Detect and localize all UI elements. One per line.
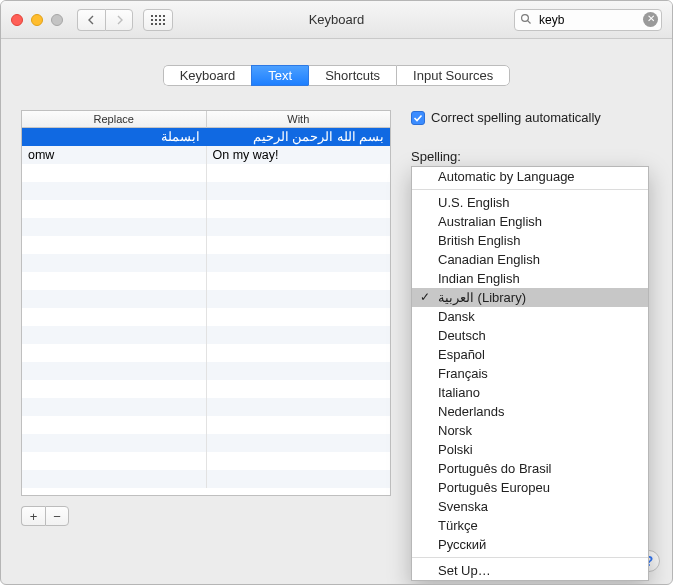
dropdown-item-language[interactable]: U.S. English [412, 193, 648, 212]
tab-text[interactable]: Text [251, 65, 308, 86]
dropdown-item-language[interactable]: Indian English [412, 269, 648, 288]
add-remove-segment: + − [21, 506, 391, 526]
table-row[interactable] [22, 182, 390, 200]
cell-with [207, 308, 391, 326]
dropdown-item-setup[interactable]: Set Up… [412, 561, 648, 580]
table-row[interactable] [22, 308, 390, 326]
table-header: Replace With [22, 111, 390, 128]
table-row[interactable] [22, 218, 390, 236]
tab-bar: Keyboard Text Shortcuts Input Sources [21, 65, 652, 86]
cell-replace [22, 164, 207, 182]
dropdown-item-language[interactable]: Français [412, 364, 648, 383]
cell-replace [22, 182, 207, 200]
cell-replace [22, 344, 207, 362]
cell-replace [22, 434, 207, 452]
dropdown-item-language[interactable]: Italiano [412, 383, 648, 402]
table-row[interactable] [22, 434, 390, 452]
spelling-dropdown[interactable]: Automatic by Language U.S. EnglishAustra… [411, 166, 649, 581]
cell-with [207, 164, 391, 182]
cell-with [207, 452, 391, 470]
checkbox-checked-icon[interactable] [411, 111, 425, 125]
minimize-icon[interactable] [31, 14, 43, 26]
dropdown-separator [412, 557, 648, 558]
tab-keyboard[interactable]: Keyboard [163, 65, 252, 86]
dropdown-item-language[interactable]: Türkçe [412, 516, 648, 535]
cell-with [207, 434, 391, 452]
dropdown-separator [412, 189, 648, 190]
dropdown-item-language[interactable]: British English [412, 231, 648, 250]
nav-segment [77, 9, 133, 31]
cell-replace [22, 380, 207, 398]
titlebar: Keyboard ✕ [1, 1, 672, 39]
replacements-table[interactable]: Replace With ابسملةبسم الله الرحمن الرحي… [21, 110, 391, 496]
table-row[interactable] [22, 254, 390, 272]
dropdown-item-language[interactable]: Deutsch [412, 326, 648, 345]
window-controls [11, 14, 63, 26]
table-row[interactable] [22, 326, 390, 344]
dropdown-item-language[interactable]: العربية (Library) [412, 288, 648, 307]
table-row[interactable]: omwOn my way! [22, 146, 390, 164]
table-row[interactable] [22, 380, 390, 398]
cell-replace [22, 272, 207, 290]
col-with[interactable]: With [207, 111, 391, 128]
table-row[interactable] [22, 398, 390, 416]
cell-replace [22, 398, 207, 416]
cell-with [207, 236, 391, 254]
dropdown-item-language[interactable]: Español [412, 345, 648, 364]
dropdown-item-language[interactable]: Australian English [412, 212, 648, 231]
correct-spelling-label: Correct spelling automatically [431, 110, 601, 125]
dropdown-item-language[interactable]: Русский [412, 535, 648, 554]
table-row[interactable] [22, 470, 390, 488]
cell-replace: ابسملة [22, 128, 207, 146]
table-row[interactable] [22, 362, 390, 380]
table-row[interactable] [22, 236, 390, 254]
dropdown-item-language[interactable]: Polski [412, 440, 648, 459]
close-icon[interactable] [11, 14, 23, 26]
table-row[interactable] [22, 290, 390, 308]
cell-replace [22, 362, 207, 380]
dropdown-item-language[interactable]: Dansk [412, 307, 648, 326]
dropdown-item-language[interactable]: Português Europeu [412, 478, 648, 497]
zoom-icon [51, 14, 63, 26]
svg-line-1 [528, 20, 531, 23]
add-button[interactable]: + [21, 506, 45, 526]
table-row[interactable] [22, 452, 390, 470]
back-button[interactable] [77, 9, 105, 31]
cell-with [207, 254, 391, 272]
table-row[interactable] [22, 200, 390, 218]
cell-replace [22, 218, 207, 236]
remove-button[interactable]: − [45, 506, 69, 526]
options-panel: Correct spelling automatically Spelling:… [411, 110, 652, 526]
table-row[interactable]: ابسملةبسم الله الرحمن الرحيم [22, 128, 390, 146]
forward-button[interactable] [105, 9, 133, 31]
clear-icon[interactable]: ✕ [643, 12, 658, 27]
content-area: Keyboard Text Shortcuts Input Sources Re… [1, 39, 672, 526]
cell-with [207, 200, 391, 218]
correct-spelling-option[interactable]: Correct spelling automatically [411, 110, 652, 125]
dropdown-item-language[interactable]: Português do Brasil [412, 459, 648, 478]
dropdown-item-language[interactable]: Norsk [412, 421, 648, 440]
cell-replace [22, 290, 207, 308]
cell-replace [22, 236, 207, 254]
col-replace[interactable]: Replace [22, 111, 207, 128]
dropdown-item-language[interactable]: Svenska [412, 497, 648, 516]
tab-input-sources[interactable]: Input Sources [396, 65, 510, 86]
table-row[interactable] [22, 344, 390, 362]
table-row[interactable] [22, 164, 390, 182]
dropdown-item-language[interactable]: Nederlands [412, 402, 648, 421]
cell-replace: omw [22, 146, 207, 164]
show-all-button[interactable] [143, 9, 173, 31]
cell-replace [22, 200, 207, 218]
cell-with [207, 470, 391, 488]
dropdown-item-language[interactable]: Canadian English [412, 250, 648, 269]
search-field-wrap: ✕ [514, 9, 662, 31]
dropdown-item-auto[interactable]: Automatic by Language [412, 167, 648, 186]
tab-shortcuts[interactable]: Shortcuts [308, 65, 396, 86]
search-input[interactable] [514, 9, 662, 31]
search-icon [520, 13, 532, 28]
cell-with [207, 416, 391, 434]
table-row[interactable] [22, 416, 390, 434]
table-row[interactable] [22, 272, 390, 290]
cell-with: On my way! [207, 146, 391, 164]
cell-replace [22, 416, 207, 434]
